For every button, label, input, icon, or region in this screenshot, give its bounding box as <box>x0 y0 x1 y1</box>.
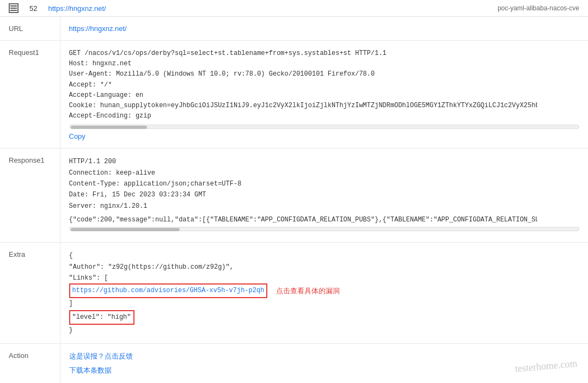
response-scroll-thumb <box>71 228 180 231</box>
topbar-url-link[interactable]: https://hngxnz.net/ <box>48 4 106 13</box>
extra-json: { "Author": "z92g(https://github.com/z92… <box>69 250 580 336</box>
advisory-link[interactable]: https://github.com/advisories/GHSA-xv5h-… <box>72 287 265 294</box>
record-number: 52 <box>29 4 37 13</box>
response-label: Response1 <box>0 149 60 243</box>
topbar: 52 https://hngxnz.net/ poc-yaml-alibaba-… <box>0 0 588 17</box>
url-row: URL https://hngxnz.net/ <box>0 17 588 41</box>
url-link[interactable]: https://hngxnz.net/ <box>69 24 127 33</box>
advisory-link-box: https://github.com/advisories/GHSA-xv5h-… <box>69 283 268 298</box>
copy-button[interactable]: Copy <box>69 132 85 140</box>
report-link[interactable]: 这是误报？点击反馈 <box>69 351 580 361</box>
response-headers: HTTP/1.1 200 Connection: keep-alive Cont… <box>69 156 580 212</box>
request-value-cell: GET /nacos/v1/cs/ops/derby?sql=select+st… <box>60 41 588 149</box>
svg-rect-0 <box>10 5 17 7</box>
download-link[interactable]: 下载本条数据 <box>69 366 580 375</box>
topbar-tag: poc-yaml-alibaba-nacos-cve <box>498 4 579 12</box>
menu-icon[interactable] <box>9 3 19 13</box>
extra-value-cell: { "Author": "z92g(https://github.com/z92… <box>60 243 588 344</box>
request-label: Request1 <box>0 41 60 149</box>
action-value-cell: 这是误报？点击反馈 下载本条数据 <box>60 344 588 384</box>
request-code: GET /nacos/v1/cs/ops/derby?sql=select+st… <box>69 48 537 121</box>
response-row: Response1 HTTP/1.1 200 Connection: keep-… <box>0 149 588 243</box>
level-box: "level": "high" <box>69 310 134 324</box>
extra-label: Extra <box>0 243 60 344</box>
action-label: Action <box>0 344 60 384</box>
response-value-cell: HTTP/1.1 200 Connection: keep-alive Cont… <box>60 149 588 243</box>
request-row: Request1 GET /nacos/v1/cs/ops/derby?sql=… <box>0 41 588 149</box>
annotation-label: 点击查看具体的漏洞 <box>276 285 340 297</box>
response-body: {"code":200,"message":null,"data":[{"TAB… <box>69 216 537 224</box>
detail-table: URL https://hngxnz.net/ Request1 GET /na… <box>0 17 588 383</box>
svg-rect-1 <box>10 8 17 9</box>
request-scrollbar[interactable] <box>69 125 580 129</box>
extra-row: Extra { "Author": "z92g(https://github.c… <box>0 243 588 344</box>
request-scroll-thumb <box>71 126 147 129</box>
action-row: Action 这是误报？点击反馈 下载本条数据 <box>0 344 588 384</box>
json-text: { "Author": "z92g(https://github.com/z92… <box>69 250 580 336</box>
url-label: URL <box>0 17 60 41</box>
response-scrollbar[interactable] <box>69 227 580 231</box>
svg-rect-2 <box>10 10 17 11</box>
url-value-cell: https://hngxnz.net/ <box>60 17 588 41</box>
